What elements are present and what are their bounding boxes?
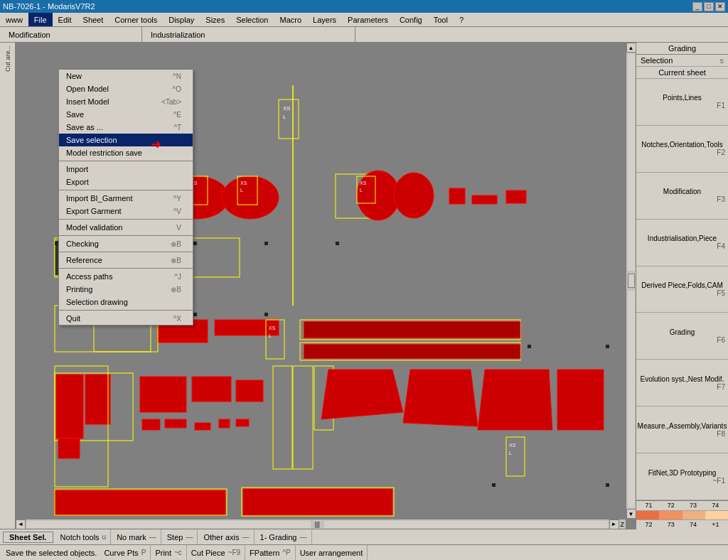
scroll-down-button[interactable]: ▼ — [626, 509, 636, 519]
function-measure[interactable]: Measure.,Assembly,Variants F8 — [636, 406, 728, 453]
h-scrollbar[interactable]: ◄ ||| ► Z — [16, 519, 626, 529]
function-industrialisation[interactable]: Industrialisation,Piece F4 — [636, 220, 728, 266]
window-controls[interactable]: _ □ ✕ — [692, 2, 725, 11]
svg-text:L: L — [509, 451, 512, 456]
menu-corner-tools[interactable]: Corner tools — [109, 13, 163, 26]
svg-rect-42 — [165, 419, 186, 428]
function-notches[interactable]: Notches,Orientation,Tools F2 — [636, 126, 728, 173]
minimize-button[interactable]: _ — [692, 2, 702, 11]
svg-rect-20 — [449, 188, 465, 204]
dropdown-model-restriction-save[interactable]: Model restriction save — [59, 146, 193, 159]
svg-rect-39 — [192, 377, 231, 402]
svg-marker-49 — [321, 370, 403, 419]
svg-rect-62 — [193, 242, 197, 245]
dropdown-open-model[interactable]: Open Model ^O — [59, 82, 193, 95]
dropdown-reference[interactable]: Reference ⊕B — [59, 254, 193, 266]
dropdown-insert-model[interactable]: Insert Model <Tab> — [59, 95, 193, 108]
dropdown-import-bi-garment[interactable]: Import BI_Garment ^Y — [59, 192, 193, 205]
menu-sheet[interactable]: Sheet — [77, 13, 109, 26]
tab-current-sheet[interactable]: Current sheet — [636, 67, 728, 79]
other-axis-section: Other axis — — [199, 529, 254, 544]
svg-point-16 — [394, 173, 434, 218]
menu-tool[interactable]: Tool — [428, 13, 454, 26]
menu-www[interactable]: www — [0, 13, 28, 26]
svg-rect-67 — [528, 345, 531, 348]
svg-rect-40 — [236, 380, 263, 402]
svg-rect-64 — [336, 242, 339, 245]
canvas-area: New ^N Open Model ^O Insert Model <Tab> … — [16, 43, 636, 529]
function-fitnet[interactable]: FitNet,3D Prototyping ~F1 — [636, 453, 728, 500]
scroll-left-button[interactable]: ◄ — [16, 519, 26, 529]
scroll-center-indicator: ||| — [312, 521, 323, 528]
save-hint: Save the selected objects. — [3, 547, 100, 559]
menu-file[interactable]: File — [28, 13, 53, 26]
dropdown-printing[interactable]: Printing ⊕B — [59, 283, 193, 296]
dropdown-model-validation[interactable]: Model validation V — [59, 221, 193, 234]
menu-selection[interactable]: Selection — [230, 13, 274, 26]
dropdown-selection-drawing[interactable]: Selection drawing — [59, 296, 193, 308]
svg-rect-65 — [193, 313, 197, 316]
dropdown-checking[interactable]: Checking ⊕B — [59, 237, 193, 250]
dropdown-save-selection[interactable]: Save selection — [59, 134, 193, 146]
svg-text:XS: XS — [360, 181, 367, 185]
svg-marker-50 — [403, 370, 478, 426]
dropdown-new[interactable]: New ^N — [59, 70, 193, 82]
svg-rect-70 — [606, 483, 609, 487]
svg-rect-30 — [304, 344, 520, 359]
status-bar: Save the selected objects. Curve Pts P P… — [0, 544, 728, 560]
dropdown-export-garment[interactable]: Export Garment ^V — [59, 205, 193, 217]
svg-rect-55 — [243, 489, 392, 515]
dropdown-access-paths[interactable]: Access paths ^J — [59, 270, 193, 283]
menu-layers[interactable]: Layers — [307, 13, 342, 26]
sheet-sel-button[interactable]: Sheet Sel. — [3, 532, 53, 543]
menu-macro[interactable]: Macro — [274, 13, 307, 26]
maximize-button[interactable]: □ — [704, 2, 714, 11]
scroll-right-button[interactable]: ► — [609, 519, 619, 529]
left-sidebar: Cut are... — [0, 43, 16, 529]
scroll-up-button[interactable]: ▲ — [626, 43, 636, 53]
svg-rect-38 — [140, 377, 186, 412]
user-arrangement-section: User arrangement — [296, 545, 368, 560]
z-label: Z — [619, 521, 626, 528]
toolbar-industrialization[interactable]: Industrialization — [142, 27, 355, 42]
svg-rect-37 — [58, 438, 80, 458]
menu-display[interactable]: Display — [163, 13, 200, 26]
svg-marker-51 — [478, 370, 552, 430]
dropdown-save[interactable]: Save ^E — [59, 108, 193, 121]
svg-text:L: L — [269, 333, 272, 338]
dropdown-export[interactable]: Export — [59, 176, 193, 188]
svg-rect-68 — [606, 345, 609, 348]
tab-selection[interactable]: Selection s — [636, 55, 728, 67]
dropdown-import[interactable]: Import — [59, 163, 193, 176]
v-scrollbar[interactable]: ▲ ▼ — [626, 43, 636, 519]
svg-rect-28 — [304, 321, 520, 338]
svg-text:XS: XS — [240, 181, 247, 185]
function-grading[interactable]: Grading F6 — [636, 313, 728, 360]
notch-tools-section: Notch tools u — [56, 529, 112, 544]
menu-parameters[interactable]: Parameters — [342, 13, 394, 26]
svg-rect-52 — [557, 370, 604, 430]
file-dropdown[interactable]: New ^N Open Model ^O Insert Model <Tab> … — [58, 70, 193, 325]
dropdown-save-as[interactable]: Save as ... ^T — [59, 121, 193, 134]
curve-pts-section: Curve Pts P — [100, 545, 151, 560]
toolbar-modification[interactable]: Modification — [0, 27, 142, 42]
menu-help[interactable]: ? — [454, 13, 469, 26]
function-derived-piece[interactable]: Derived Piece,Folds,CAM F5 — [636, 266, 728, 313]
cut-piece-section: Cut Piece ~F9 — [187, 545, 245, 560]
menu-edit[interactable]: Edit — [53, 13, 77, 26]
menu-config[interactable]: Config — [394, 13, 428, 26]
svg-text:XS: XS — [509, 443, 516, 448]
function-points-lines[interactable]: Points,Lines F1 — [636, 79, 728, 126]
window-title: NB-7026-1 - ModarisV7R2 — [3, 2, 95, 11]
svg-rect-63 — [264, 242, 268, 245]
svg-text:L: L — [283, 114, 287, 120]
menu-sizes[interactable]: Sizes — [200, 13, 230, 26]
function-modification[interactable]: Modification F3 — [636, 173, 728, 220]
dropdown-quit[interactable]: Quit ^X — [59, 312, 193, 325]
grading-header: Grading — [636, 43, 728, 55]
svg-rect-69 — [492, 483, 496, 487]
close-button[interactable]: ✕ — [715, 2, 725, 11]
svg-point-6 — [222, 176, 279, 219]
function-evolution[interactable]: Evolution syst.,Nest Modif. F7 — [636, 360, 728, 406]
bottom-toolbar: Sheet Sel. Notch tools u No mark — Step … — [0, 529, 728, 544]
